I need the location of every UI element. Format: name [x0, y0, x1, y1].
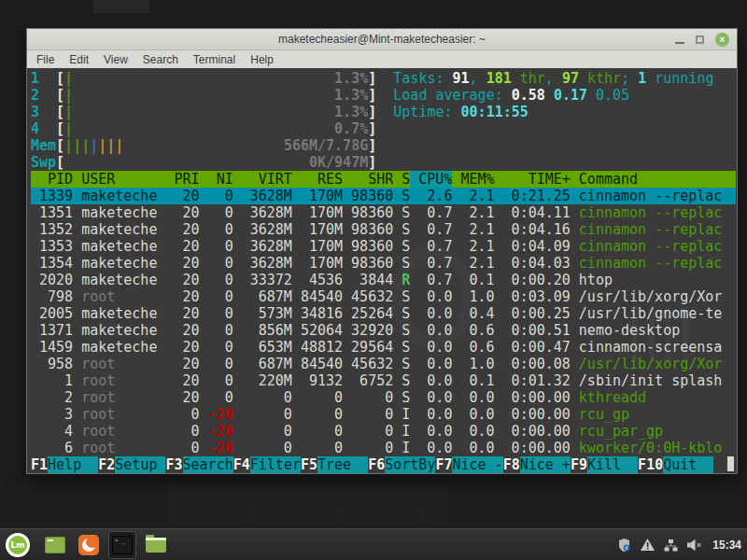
menu-item-terminal[interactable]: Terminal	[193, 53, 235, 66]
cell-cpu: 0.0	[410, 322, 452, 339]
cell-time: 0:00.08	[495, 356, 571, 372]
process-row[interactable]: 798root200687M8454045632S0.01.00:03.09/u…	[31, 288, 736, 305]
column-header-res[interactable]: RES	[292, 171, 343, 188]
fn-kill[interactable]: F9Kill	[571, 456, 638, 473]
maximize-button[interactable]	[696, 35, 704, 44]
files-launcher[interactable]	[142, 531, 170, 559]
titlebar[interactable]: maketecheasier@Mint-maketecheasier: ~ ×	[27, 29, 737, 50]
cell-pid: 1352	[31, 221, 73, 238]
process-row-selected[interactable]: 1339maketeche2003628M170M98360S2.62.10:2…	[31, 188, 736, 204]
process-row[interactable]: 6root0-20000I0.00.00:00.00kworker/0:0H-k…	[31, 440, 736, 456]
cell-cpu: 0.0	[410, 339, 452, 356]
process-row[interactable]: 1351maketeche2003628M170M98360S0.72.10:0…	[31, 204, 736, 221]
column-header-cmd[interactable]: Command	[571, 171, 736, 188]
fn-nice-[interactable]: F7Nice -	[435, 456, 502, 473]
process-row[interactable]: 1371maketeche200856M5206432920S0.00.60:0…	[31, 322, 736, 339]
function-key-bar: F1HelpF2SetupF3SearchF4FilterF5TreeF6Sor…	[31, 456, 736, 473]
network-icon[interactable]	[664, 539, 678, 552]
volume-muted-icon[interactable]	[686, 539, 702, 552]
cell-user: maketeche	[73, 204, 165, 221]
htop-terminal[interactable]: 1[|1.3%]2[|1.3%]3[|1.3%]4[|0.7%]Mem[||||…	[27, 68, 737, 473]
process-row[interactable]: 2root200000S0.00.00:00.00kthreadd	[31, 389, 736, 406]
cell-cpu: 0.0	[410, 406, 452, 423]
cell-s: I	[393, 423, 410, 440]
process-row[interactable]: 2005maketeche200573M3481625264S0.00.40:0…	[31, 305, 736, 322]
cell-virt: 0	[233, 406, 292, 423]
htop-meters: 1[|1.3%]2[|1.3%]3[|1.3%]4[|0.7%]Mem[||||…	[31, 70, 736, 171]
menu-item-help[interactable]: Help	[250, 53, 274, 66]
process-row[interactable]: 958root200687M8454045632S0.01.00:00.08/u…	[31, 356, 736, 372]
cell-pid: 3	[31, 406, 73, 423]
column-header-pri[interactable]: PRI	[165, 171, 199, 188]
cell-s: S	[393, 255, 410, 272]
fn-filter[interactable]: F4Filter	[233, 456, 301, 473]
cell-cpu: 2.6	[410, 188, 452, 204]
mint-logo-icon: Lm	[8, 536, 27, 554]
cell-time: 0:00.25	[495, 305, 571, 322]
meter-value: 566M/7.78G	[284, 137, 368, 154]
cell-cpu: 0.7	[410, 221, 452, 238]
column-header-mem[interactable]: MEM%	[452, 171, 494, 188]
cell-ni: 0	[200, 204, 233, 221]
column-header-time[interactable]: TIME+	[495, 171, 571, 188]
firefox-launcher[interactable]	[75, 531, 103, 559]
column-header-ni[interactable]: NI	[200, 171, 233, 188]
warning-icon[interactable]	[640, 538, 655, 552]
column-header-s[interactable]: S	[393, 171, 410, 188]
taskbar-clock[interactable]: 15:34	[712, 539, 741, 552]
cell-ni: 0	[200, 372, 233, 389]
process-row[interactable]: 1353maketeche2003628M170M98360S0.72.10:0…	[31, 238, 736, 255]
cell-shr: 45632	[343, 288, 393, 305]
menu-item-search[interactable]: Search	[143, 53, 178, 66]
fn-sortby[interactable]: F6SortBy	[368, 456, 435, 473]
fn-setup[interactable]: F2Setup	[98, 456, 165, 473]
cell-cpu: 0.7	[410, 204, 452, 221]
fn-search[interactable]: F3Search	[165, 456, 233, 473]
process-row[interactable]: 1352maketeche2003628M170M98360S0.72.10:0…	[31, 221, 736, 238]
load-average: Load average: 0.58 0.17 0.05	[393, 87, 736, 104]
fn-help[interactable]: F1Help	[31, 456, 98, 473]
cell-pri: 20	[165, 238, 199, 255]
process-row[interactable]: 3root0-20000I0.00.00:00.00rcu_gp	[31, 406, 736, 423]
column-header-pid[interactable]: PID	[31, 171, 73, 188]
cell-user: maketeche	[73, 322, 165, 339]
cell-pid: 1353	[31, 238, 73, 255]
process-row[interactable]: 1354maketeche2003628M170M98360S0.72.10:0…	[31, 255, 736, 272]
close-button[interactable]: ×	[715, 33, 729, 47]
show-desktop-button[interactable]	[41, 531, 69, 559]
fn-quit[interactable]: F10Quit	[638, 456, 713, 473]
cell-mem: 0.0	[452, 423, 494, 440]
process-row[interactable]: 1459maketeche200653M4881229564S0.00.60:0…	[31, 339, 736, 356]
cell-res: 0	[292, 389, 343, 406]
cell-cpu: 0.7	[410, 255, 452, 272]
cell-pid: 2020	[31, 272, 73, 288]
cell-pid: 1	[31, 372, 73, 389]
process-row[interactable]: 4root0-20000I0.00.00:00.00rcu_par_gp	[31, 423, 736, 440]
fn-nice+[interactable]: F8Nice +	[503, 456, 571, 473]
menu-item-file[interactable]: File	[36, 53, 54, 66]
column-header-user[interactable]: USER	[73, 171, 165, 188]
cell-pid: 1459	[31, 339, 73, 356]
cell-user: root	[73, 423, 165, 440]
cell-res: 0	[292, 440, 343, 456]
column-header-virt[interactable]: VIRT	[233, 171, 292, 188]
cell-virt: 687M	[233, 288, 292, 305]
mint-menu-button[interactable]: Lm	[6, 533, 30, 557]
cell-mem: 0.6	[452, 322, 494, 339]
minimize-button[interactable]	[675, 35, 684, 44]
column-header-shr[interactable]: SHR	[343, 171, 393, 188]
cell-virt: 3628M	[233, 188, 292, 204]
cell-cmd: kworker/0:0H-kblo	[571, 440, 736, 456]
column-header-cpu[interactable]: CPU%	[410, 171, 452, 188]
menu-item-edit[interactable]: Edit	[69, 53, 89, 66]
cell-s: S	[393, 322, 410, 339]
menu-item-view[interactable]: View	[104, 53, 128, 66]
process-table: PIDUSERPRINIVIRTRESSHRSCPU%MEM%TIME+Comm…	[31, 171, 736, 456]
cell-pri: 20	[165, 305, 199, 322]
update-shield-icon[interactable]	[617, 538, 631, 553]
cell-ni: 0	[200, 188, 233, 204]
process-row[interactable]: 2020maketeche2003337245363844R0.70.10:00…	[31, 272, 736, 288]
fn-tree[interactable]: F5Tree	[301, 456, 368, 473]
terminal-taskbar-button[interactable]	[108, 531, 136, 559]
process-row[interactable]: 1root200220M91326752S0.00.10:01.32/sbin/…	[31, 372, 736, 389]
